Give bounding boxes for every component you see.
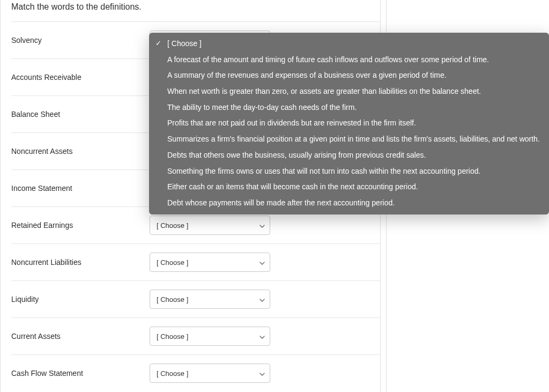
select-value: [ Choose ] <box>157 258 188 267</box>
term-label: Accounts Receivable <box>11 73 150 82</box>
instruction-text: Match the words to the definitions. <box>11 0 380 21</box>
dropdown-option[interactable]: Debts that others owe the business, usua… <box>149 147 549 164</box>
definition-select[interactable]: [ Choose ] <box>150 364 270 383</box>
dropdown-option[interactable]: Summarizes a firm's financial position a… <box>149 131 549 147</box>
dropdown-option[interactable]: The ability to meet the day-to-day cash … <box>149 100 549 116</box>
dropdown-option[interactable]: A summary of the revenues and expenses o… <box>149 68 549 84</box>
dropdown-option[interactable]: Profits that are not paid out in dividen… <box>149 115 549 131</box>
dropdown-option[interactable]: When net worth is greater than zero, or … <box>149 84 549 100</box>
match-row: Cash Flow Statement [ Choose ] <box>11 354 380 391</box>
match-row: Current Assets [ Choose ] <box>11 317 380 354</box>
definition-select[interactable]: [ Choose ] <box>150 290 270 309</box>
term-label: Cash Flow Statement <box>11 369 150 378</box>
select-value: [ Choose ] <box>157 369 188 378</box>
term-label: Current Assets <box>11 332 150 341</box>
match-row: Liquidity [ Choose ] <box>11 280 380 317</box>
select-value: [ Choose ] <box>157 332 188 341</box>
definition-dropdown-menu[interactable]: [ Choose ] A forecast of the amount and … <box>149 33 549 215</box>
select-value: [ Choose ] <box>157 221 188 230</box>
term-label: Balance Sheet <box>11 110 150 119</box>
definition-select[interactable]: [ Choose ] <box>150 216 270 235</box>
term-label: Liquidity <box>11 295 150 304</box>
definition-select[interactable]: [ Choose ] <box>150 253 270 272</box>
definition-select[interactable]: [ Choose ] <box>150 327 270 346</box>
term-label: Noncurrent Assets <box>11 147 150 156</box>
dropdown-option[interactable]: Something the firms owns or uses that wi… <box>149 164 549 180</box>
dropdown-option[interactable]: Debt whose payments will be made after t… <box>149 195 549 211</box>
select-value: [ Choose ] <box>157 295 188 304</box>
dropdown-option[interactable]: A forecast of the amount and timing of f… <box>149 52 549 68</box>
term-label: Solvency <box>11 36 150 45</box>
match-row: Noncurrent Liabilities [ Choose ] <box>11 243 380 280</box>
term-label: Income Statement <box>11 184 150 193</box>
term-label: Noncurrent Liabilities <box>11 258 150 267</box>
term-label: Retained Earnings <box>11 221 150 230</box>
dropdown-option[interactable]: [ Choose ] <box>149 36 549 52</box>
dropdown-option[interactable]: Either cash or an items that will become… <box>149 179 549 195</box>
